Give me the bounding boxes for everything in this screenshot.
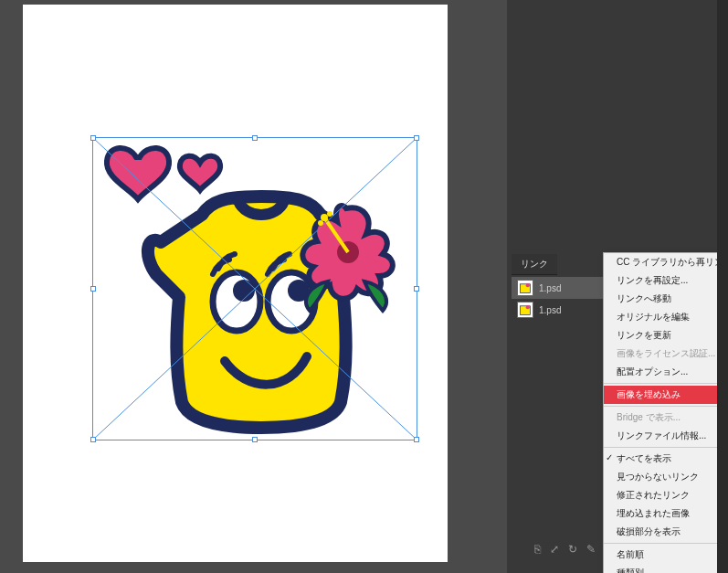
menu-separator xyxy=(604,543,721,544)
menu-update-link[interactable]: リンクを更新 xyxy=(604,326,721,345)
link-filename: 1.psd xyxy=(539,305,561,315)
links-panel-footer: ⎘ ⤢ ↻ ✎ xyxy=(512,539,603,559)
collapsed-panel-strip[interactable] xyxy=(717,0,728,573)
link-thumbnail xyxy=(517,280,533,296)
handle-top-right[interactable] xyxy=(414,135,419,141)
menu-relink-cc[interactable]: CC ライブラリから再リンク... xyxy=(604,253,721,271)
svg-line-8 xyxy=(93,138,417,440)
menu-separator xyxy=(604,406,721,407)
relink-icon[interactable]: ⎘ xyxy=(534,543,541,556)
menu-link-file-info[interactable]: リンクファイル情報... xyxy=(604,427,721,445)
menu-separator xyxy=(604,447,721,448)
links-panel-tab[interactable]: リンク xyxy=(512,254,557,275)
menu-reveal-bridge: Bridge で表示... xyxy=(604,409,721,427)
menu-show-broken[interactable]: 破損部分を表示 xyxy=(604,523,721,541)
menu-modified-links[interactable]: 修正されたリンク xyxy=(604,486,721,504)
menu-embedded-images[interactable]: 埋め込まれた画像 xyxy=(604,504,721,523)
handle-bottom-mid[interactable] xyxy=(252,437,258,442)
menu-license-image: 画像をライセンス認証... xyxy=(604,345,721,363)
menu-missing-links[interactable]: 見つからないリンク xyxy=(604,468,721,486)
canvas-area[interactable] xyxy=(0,0,507,573)
link-item[interactable]: 1.psd xyxy=(512,277,603,299)
svg-point-13 xyxy=(526,305,530,309)
menu-sort-kind[interactable]: 種類別 xyxy=(604,564,721,573)
handle-top-left[interactable] xyxy=(90,135,96,141)
handle-bottom-left[interactable] xyxy=(90,437,96,442)
selection-diagonals xyxy=(93,138,417,440)
menu-embed-image[interactable]: 画像を埋め込み xyxy=(604,386,721,404)
menu-separator xyxy=(604,383,721,384)
handle-mid-right[interactable] xyxy=(414,286,419,292)
handle-bottom-right[interactable] xyxy=(414,437,419,442)
edit-original-icon[interactable]: ✎ xyxy=(586,543,596,556)
selection-bounding-box[interactable] xyxy=(92,137,417,440)
links-list: 1.psd 1.psd xyxy=(512,275,603,323)
menu-edit-original[interactable]: オリジナルを編集 xyxy=(604,308,721,326)
update-link-icon[interactable]: ↻ xyxy=(568,543,577,556)
link-thumbnail xyxy=(517,302,533,318)
menu-goto-link[interactable]: リンクへ移動 xyxy=(604,290,721,308)
link-filename: 1.psd xyxy=(539,283,561,293)
menu-show-all[interactable]: すべてを表示 xyxy=(604,450,721,468)
handle-mid-left[interactable] xyxy=(90,286,96,292)
menu-relink[interactable]: リンクを再設定... xyxy=(604,271,721,290)
link-item[interactable]: 1.psd xyxy=(512,299,603,321)
panel-context-menu[interactable]: CC ライブラリから再リンク... リンクを再設定... リンクへ移動 オリジナ… xyxy=(603,252,722,573)
goto-link-icon[interactable]: ⤢ xyxy=(550,543,559,556)
menu-place-options[interactable]: 配置オプション... xyxy=(604,363,721,381)
svg-line-9 xyxy=(93,138,417,440)
artboard[interactable] xyxy=(23,5,448,562)
svg-point-11 xyxy=(526,283,530,287)
menu-sort-name[interactable]: 名前順 xyxy=(604,546,721,564)
handle-top-mid[interactable] xyxy=(252,135,258,141)
links-panel[interactable]: リンク 1.psd 1.psd ⎘ ⤢ ↻ ✎ xyxy=(512,254,603,565)
